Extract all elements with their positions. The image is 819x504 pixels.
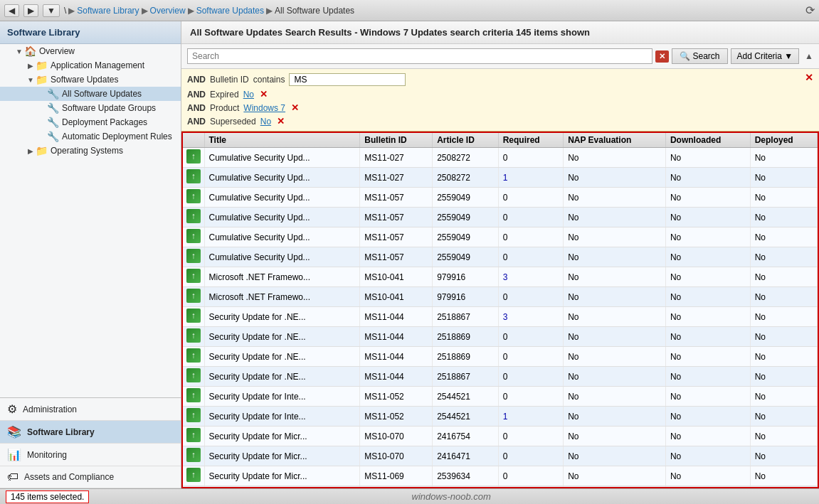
col-title-cell: Security Update for .NE... [204,307,360,327]
sidebar-item-os[interactable]: ▶ 📁 Operating Systems [0,144,181,158]
filter-value-input[interactable] [289,73,406,86]
sidebar-item-sw-updates[interactable]: ▼ 📁 Software Updates [0,73,181,87]
update-icon-cell [183,287,204,307]
col-article-cell: 2416754 [433,427,498,446]
filter-row-bulletin: AND Bulletin ID contains [187,72,805,87]
col-bulletin[interactable]: Bulletin ID [360,133,433,148]
nav-item-sw-library[interactable]: 📚 Software Library [0,421,181,444]
add-criteria-button[interactable]: Add Criteria ▼ [731,48,800,64]
sidebar-item-label: Operating Systems [51,146,123,156]
table-row[interactable]: Cumulative Security Upd...MS11-057255904… [183,208,818,227]
filter-remove-button[interactable]: ✕ [291,102,299,113]
nav-item-admin[interactable]: ⚙ Administration [0,398,181,421]
col-title-cell: Cumulative Security Upd... [204,208,360,227]
filter-value-link[interactable]: Windows 7 [243,103,285,113]
sidebar-item-deploy-pkgs[interactable]: 🔧 Deployment Packages [0,115,181,129]
col-article-cell: 2416471 [433,446,498,466]
col-title-cell: Security Update for Micr... [204,466,360,486]
sidebar-item-app-mgmt[interactable]: ▶ 📁 Application Management [0,58,181,73]
table-row[interactable]: Cumulative Security Upd...MS11-057255904… [183,227,818,247]
results-table-container: Title Bulletin ID Article ID Required NA… [181,132,819,488]
table-row[interactable]: Cumulative Security Upd...MS11-027250827… [183,168,818,188]
col-deployed[interactable]: Deployed [750,133,817,148]
breadcrumb-all-software-updates: All Software Updates [275,6,354,16]
table-row[interactable]: Security Update for .NE...MS11-044251886… [183,347,818,367]
table-row[interactable]: Security Update for Micr...MS10-07024164… [183,446,818,466]
col-nap-cell: No [564,148,666,168]
expand-icon: ▼ [14,48,24,55]
col-deployed-cell: No [750,307,817,327]
col-nap-cell: No [564,208,666,227]
table-row[interactable]: Microsoft .NET Framewo...MS10-0419799160… [183,287,818,307]
col-title[interactable]: Title [204,133,360,148]
col-bulletin-cell: MS11-044 [360,307,433,327]
update-icon-cell [183,407,204,427]
col-downloaded-cell: No [665,446,750,466]
col-title-cell: Security Update for Micr... [204,446,360,466]
col-required-cell: 0 [498,387,564,407]
breadcrumb-software-library[interactable]: Software Library [77,6,139,16]
filter-close-all-button[interactable]: ✕ [805,72,813,83]
filter-value-link[interactable]: No [260,117,271,127]
refresh-button[interactable]: ⟳ [805,4,815,17]
col-article-cell: 2559049 [433,188,498,208]
col-downloaded[interactable]: Downloaded [665,133,750,148]
search-bar: ✕ 🔍 Search Add Criteria ▼ ▲ [181,44,819,69]
col-bulletin-cell: MS10-070 [360,446,433,466]
nav-item-assets[interactable]: 🏷 Assets and Compliance [0,466,181,488]
table-row[interactable]: Security Update for .NE...MS11-044251886… [183,327,818,347]
sidebar-item-label: All Software Updates [62,89,142,99]
update-icon-cell [183,168,204,188]
col-deployed-cell: No [750,466,817,486]
col-title-cell: Cumulative Security Upd... [204,168,360,188]
forward-button[interactable]: ▶ [23,4,38,17]
sidebar-item-sw-update-groups[interactable]: 🔧 Software Update Groups [0,101,181,115]
table-row[interactable]: Security Update for Micr...MS10-07024167… [183,427,818,446]
back-button[interactable]: ◀ [4,4,19,17]
table-row[interactable]: Security Update for Micr...MS11-06925396… [183,486,818,489]
search-clear-button[interactable]: ✕ [655,50,669,63]
sidebar-item-label: Application Management [51,60,144,70]
table-row[interactable]: Cumulative Security Upd...MS11-057255904… [183,247,818,267]
col-deployed-cell: No [750,227,817,247]
admin-icon: ⚙ [7,402,17,416]
table-row[interactable]: Security Update for Micr...MS11-06925396… [183,466,818,486]
sidebar-item-label: Automatic Deployment Rules [62,132,172,141]
col-article-cell: 2544521 [433,407,498,427]
breadcrumb-overview[interactable]: Overview [150,6,186,16]
col-nap-cell: No [564,427,666,446]
col-nap-cell: No [564,168,666,188]
col-required-cell: 0 [498,227,564,247]
update-icon-cell [183,148,204,168]
col-nap-cell: No [564,347,666,367]
col-deployed-cell: No [750,287,817,307]
col-required-cell: 3 [498,307,564,327]
table-row[interactable]: Security Update for .NE...MS11-044251886… [183,307,818,327]
dropdown-button[interactable]: ▼ [43,4,60,17]
breadcrumb-software-updates[interactable]: Software Updates [196,6,264,16]
sidebar-item-auto-deploy[interactable]: 🔧 Automatic Deployment Rules [0,129,181,144]
collapse-icon[interactable]: ▲ [805,51,813,61]
filter-remove-button[interactable]: ✕ [260,89,268,100]
table-row[interactable]: Microsoft .NET Framewo...MS10-0419799163… [183,267,818,287]
nav-item-monitoring[interactable]: 📊 Monitoring [0,444,181,466]
col-bulletin-cell: MS11-057 [360,247,433,267]
table-row[interactable]: Cumulative Security Upd...MS11-027250827… [183,148,818,168]
search-input[interactable] [187,48,652,64]
col-required[interactable]: Required [498,133,564,148]
search-button[interactable]: 🔍 Search [672,48,728,64]
col-nap[interactable]: NAP Evaluation [564,133,666,148]
expand-icon: ▼ [26,76,36,84]
col-title-cell: Cumulative Security Upd... [204,227,360,247]
table-row[interactable]: Security Update for Inte...MS11-05225445… [183,407,818,427]
sidebar-item-all-sw-updates[interactable]: 🔧 All Software Updates [0,87,181,101]
table-row[interactable]: Security Update for Inte...MS11-05225445… [183,387,818,407]
sidebar-bottom-nav: ⚙ Administration 📚 Software Library 📊 Mo… [0,397,181,488]
table-row[interactable]: Security Update for .NE...MS11-044251886… [183,367,818,387]
table-row[interactable]: Cumulative Security Upd...MS11-057255904… [183,188,818,208]
filter-value-link[interactable]: No [243,90,254,100]
sidebar-item-overview[interactable]: ▼ 🏠 Overview [0,44,181,58]
col-article[interactable]: Article ID [433,133,498,148]
update-icon [186,428,201,442]
filter-remove-button[interactable]: ✕ [277,116,285,127]
